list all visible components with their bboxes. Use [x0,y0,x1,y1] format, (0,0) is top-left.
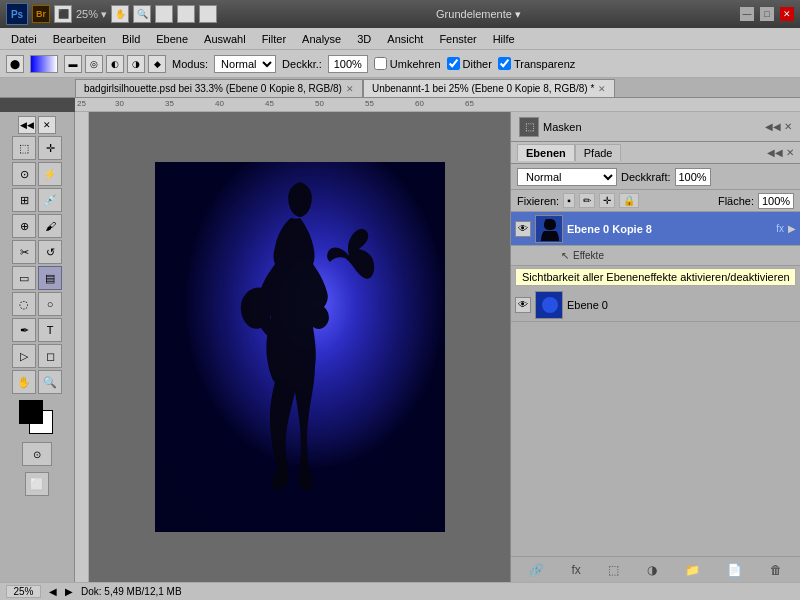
doc-tab-2[interactable]: Unbenannt-1 bei 25% (Ebene 0 Kopie 8, RG… [363,79,615,97]
mask-mode-toggle[interactable]: ⊙ [22,442,52,466]
zoom-dropdown[interactable]: 25% ▾ [76,8,107,21]
diamond-gradient-icon[interactable]: ◆ [148,55,166,73]
new-adjustment-layer-btn[interactable]: ◑ [643,561,661,579]
br-logo[interactable]: Br [32,5,50,23]
doc-tab-1[interactable]: badgirlsilhouette.psd bei 33.3% (Ebene 0… [75,79,363,97]
new-group-btn[interactable]: 📁 [681,561,704,579]
link-layers-btn[interactable]: 🔗 [525,561,548,579]
brush-preset-icon[interactable]: ⬤ [6,55,24,73]
history-brush-tool[interactable]: ↺ [38,240,62,264]
lasso-tool[interactable]: ⊙ [12,162,36,186]
status-arrow-right[interactable]: ▶ [65,586,73,597]
menu-analyse[interactable]: Analyse [295,31,348,47]
masken-close-icon[interactable]: ✕ [784,121,792,132]
lock-move-icon[interactable]: ✛ [599,193,615,208]
lock-brush-icon[interactable]: ✏ [579,193,595,208]
eraser-tool[interactable]: ▭ [12,266,36,290]
blur-tool[interactable]: ◌ [12,292,36,316]
menu-ebene[interactable]: Ebene [149,31,195,47]
layer-options-icon[interactable]: ▶ [788,223,796,234]
collapse-panel-icon[interactable]: ✕ [38,116,56,134]
menu-fenster[interactable]: Fenster [432,31,483,47]
menu-filter[interactable]: Filter [255,31,293,47]
deckkraft-input[interactable] [328,55,368,73]
crop-tool[interactable]: ⊞ [12,188,36,212]
flaeche-input[interactable] [758,193,794,209]
path-selection-tool[interactable]: ▷ [12,344,36,368]
zoom-tool[interactable]: 🔍 [38,370,62,394]
menu-hilfe[interactable]: Hilfe [486,31,522,47]
layer-effects-row[interactable]: ↖ Effekte [511,246,800,266]
dodge-tool[interactable]: ○ [38,292,62,316]
masken-expand-icon[interactable]: ◀◀ [765,121,781,132]
linear-gradient-icon[interactable]: ▬ [64,55,82,73]
tab-pfade[interactable]: Pfade [575,144,622,161]
healing-brush-tool[interactable]: ⊕ [12,214,36,238]
tab-ebenen[interactable]: Ebenen [517,144,575,161]
transparenz-label: Transparenz [514,58,575,70]
panel-close-icon[interactable]: ✕ [786,147,794,158]
minimize-button[interactable]: — [740,7,754,21]
canvas-area[interactable] [75,112,510,582]
color-preview [19,400,55,436]
status-arrow-left[interactable]: ◀ [49,586,57,597]
clone-stamp-tool[interactable]: ✂ [12,240,36,264]
brush-tool[interactable]: 🖌 [38,214,62,238]
gradient-color-box[interactable] [30,55,58,73]
pen-tool[interactable]: ✒ [12,318,36,342]
masken-icon[interactable]: ⬚ [519,117,539,137]
layer-fx-icon[interactable]: fx [776,223,784,234]
lasso-tool-icon[interactable]: ⊙ [155,5,173,23]
expand-panel-icon[interactable]: ◀◀ [18,116,36,134]
main-layout: ◀◀ ✕ ⬚ ✛ ⊙ ⚡ ⊞ 💉 ⊕ 🖌 ✂ ↺ ▭ ▤ ◌ ○ [0,112,800,582]
add-layer-style-btn[interactable]: fx [567,561,584,579]
layer-visibility-icon-1[interactable]: 👁 [515,221,531,237]
hand-tool[interactable]: ✋ [12,370,36,394]
eyedropper-tool[interactable]: 💉 [38,188,62,212]
umkehren-checkbox[interactable] [374,57,387,70]
radial-gradient-icon[interactable]: ◎ [85,55,103,73]
deckkraft-input[interactable] [675,168,711,186]
menu-bild[interactable]: Bild [115,31,147,47]
angle-gradient-icon[interactable]: ◐ [106,55,124,73]
doc-tab-2-close[interactable]: ✕ [598,84,606,94]
modus-select[interactable]: Normal [214,55,276,73]
screen-mode-btn[interactable]: ⬜ [25,472,49,496]
hand-tool-icon[interactable]: ✋ [111,5,129,23]
reflected-gradient-icon[interactable]: ◑ [127,55,145,73]
zoom-tool-icon[interactable]: 🔍 [133,5,151,23]
close-button[interactable]: ✕ [780,7,794,21]
view-icon[interactable]: ▦ [177,5,195,23]
menu-bearbeiten[interactable]: Bearbeiten [46,31,113,47]
shape-tool[interactable]: ◻ [38,344,62,368]
mode-icon[interactable]: ⬛ [54,5,72,23]
layer-item-ebene0kopie8[interactable]: 👁 Ebene 0 Kopie 8 fx ▶ [511,212,800,246]
panel-menu-icon[interactable]: ◀◀ [767,147,783,158]
add-mask-btn[interactable]: ⬚ [604,561,623,579]
transparenz-checkbox[interactable] [498,57,511,70]
lock-transparent-icon[interactable]: ▪ [563,193,575,208]
foreground-color-swatch[interactable] [19,400,43,424]
move-tool[interactable]: ✛ [38,136,62,160]
doc-tab-1-close[interactable]: ✕ [346,84,354,94]
delete-layer-btn[interactable]: 🗑 [766,561,786,579]
new-layer-btn[interactable]: 📄 [723,561,746,579]
menu-auswahl[interactable]: Auswahl [197,31,253,47]
arrange-icon[interactable]: ⊞ [199,5,217,23]
maximize-button[interactable]: □ [760,7,774,21]
layer-visibility-icon-2[interactable]: 👁 [515,297,531,313]
menu-ansicht[interactable]: Ansicht [380,31,430,47]
zoom-input[interactable] [6,585,41,598]
tool-row-5: ⊕ 🖌 [12,214,62,238]
blend-mode-select[interactable]: Normal [517,168,617,186]
selection-tool[interactable]: ⬚ [12,136,36,160]
menu-datei[interactable]: Datei [4,31,44,47]
effects-label: Effekte [573,250,604,261]
magic-wand-tool[interactable]: ⚡ [38,162,62,186]
dither-checkbox[interactable] [447,57,460,70]
text-tool[interactable]: T [38,318,62,342]
gradient-tool[interactable]: ▤ [38,266,62,290]
lock-all-icon[interactable]: 🔒 [619,193,639,208]
layer-item-ebene0[interactable]: 👁 Ebene 0 [511,288,800,322]
menu-3d[interactable]: 3D [350,31,378,47]
